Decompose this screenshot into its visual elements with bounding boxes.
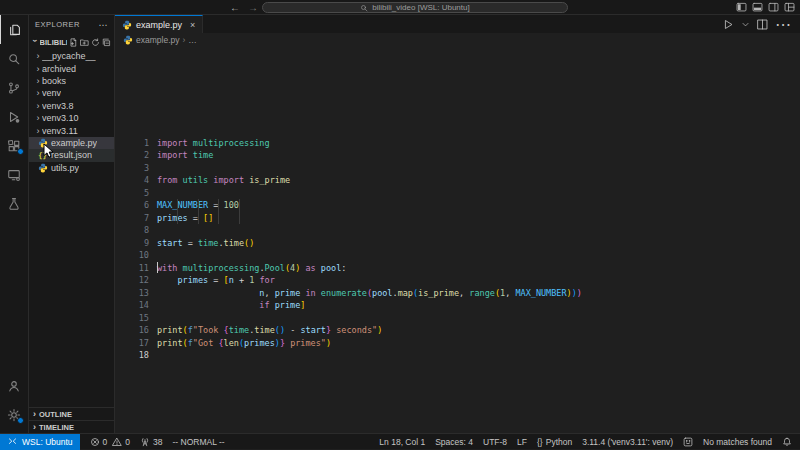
python-icon <box>38 138 48 148</box>
python-icon <box>122 20 132 30</box>
run-icon[interactable] <box>723 19 734 30</box>
refresh-icon[interactable] <box>91 38 100 47</box>
json-icon: {} <box>38 151 47 160</box>
line-number: 4 <box>115 174 149 187</box>
code-line-13: 13 n, prime in enumerate(pool.map(is_pri… <box>115 287 800 300</box>
code-line-11: 11with multiprocessing.Pool(4) as pool: <box>115 262 800 275</box>
bell-icon <box>782 437 792 447</box>
indent-guide <box>239 199 240 224</box>
status-38[interactable]: 38 <box>140 437 162 447</box>
smiley-icon <box>683 437 693 447</box>
code-line-18: 18 <box>115 349 800 362</box>
activity-testing[interactable] <box>0 189 28 218</box>
activity-account[interactable] <box>0 371 28 400</box>
line-number: 15 <box>115 312 149 325</box>
search-icon <box>360 4 368 12</box>
workspace-name: BILIBILI... <box>40 38 67 47</box>
breadcrumb[interactable]: example.py › … <box>115 33 800 46</box>
new-folder-icon[interactable] <box>80 38 89 47</box>
status-label: No matches found <box>703 437 772 447</box>
layout-sidebar-left-icon[interactable] <box>736 2 747 13</box>
activity-files[interactable] <box>0 15 28 44</box>
code-line-14: 14 if prime] <box>115 299 800 312</box>
status-ln-18-col-1[interactable]: Ln 18, Col 1 <box>379 437 425 447</box>
line-number: 5 <box>115 187 149 200</box>
line-number: 7 <box>115 212 149 225</box>
outline-panel-header[interactable]: › OUTLINE <box>29 407 114 420</box>
warning-icon <box>112 437 122 447</box>
workspace-section-header[interactable]: › BILIBILI... <box>29 34 114 50</box>
layout-customize-icon[interactable] <box>784 2 795 13</box>
layout-sidebar-right-icon[interactable] <box>768 2 779 13</box>
file-venv3.10[interactable]: ›venv3.10 <box>29 112 114 124</box>
split-editor-icon[interactable] <box>757 19 768 30</box>
status-0[interactable]: 0 <box>90 437 108 447</box>
explorer-title: EXPLORER <box>35 20 80 29</box>
new-file-icon[interactable] <box>69 38 78 47</box>
activity-run-debug[interactable] <box>0 102 28 131</box>
python-icon <box>38 163 48 173</box>
nav-forward-icon[interactable]: → <box>248 2 258 13</box>
activity-source-control[interactable] <box>0 73 28 102</box>
activity-settings[interactable] <box>0 400 28 429</box>
file-venv3.11[interactable]: ›venv3.11 <box>29 124 114 136</box>
radio-tower-icon <box>140 437 150 447</box>
file-result.json[interactable]: {}result.json <box>29 149 114 161</box>
close-icon[interactable]: × <box>190 20 195 30</box>
status-no-matches-found[interactable]: No matches found <box>703 437 772 447</box>
timeline-panel-label: TIMELINE <box>39 423 74 432</box>
tab-example-py[interactable]: example.py × <box>115 15 203 33</box>
file-archived[interactable]: ›archived <box>29 62 114 74</box>
activity-remote-explorer[interactable] <box>0 160 28 189</box>
line-number: 1 <box>115 137 149 150</box>
file-utils.py[interactable]: utils.py <box>29 162 114 174</box>
file-books[interactable]: ›books <box>29 75 114 87</box>
status-item[interactable] <box>683 437 693 447</box>
chevron-down-icon[interactable] <box>741 20 750 29</box>
breadcrumb-file: example.py <box>136 35 179 45</box>
status-spaces-4[interactable]: Spaces: 4 <box>435 437 473 447</box>
line-number: 17 <box>115 337 149 350</box>
status-python[interactable]: {}Python <box>537 437 572 447</box>
file-example.py[interactable]: example.py <box>29 137 114 149</box>
file-label: venv3.10 <box>42 113 79 123</box>
status-label: LF <box>517 437 527 447</box>
code-line-3: 3 <box>115 162 800 175</box>
explorer-sidebar: EXPLORER ⋯ › BILIBILI... ›__pycache__ ›a… <box>29 15 115 433</box>
status-0[interactable]: 0 <box>112 437 130 447</box>
nav-back-icon[interactable]: ← <box>230 2 240 13</box>
status-item[interactable] <box>782 437 792 447</box>
status-utf-8[interactable]: UTF-8 <box>483 437 507 447</box>
layout-panel-bottom-icon[interactable] <box>752 2 763 13</box>
timeline-panel-header[interactable]: › TIMELINE <box>29 420 114 433</box>
status-label: Python <box>546 437 572 447</box>
code-line-15: 15 <box>115 312 800 325</box>
collapse-all-icon[interactable] <box>102 38 111 47</box>
vscode-window: ← → bilibili_video [WSL: Ubuntu] EXPLORE… <box>0 0 800 450</box>
status-3-11-4-venv3-11-venv-[interactable]: 3.11.4 ('venv3.11': venv) <box>582 437 673 447</box>
status-lf[interactable]: LF <box>517 437 527 447</box>
file-label: result.json <box>51 150 92 160</box>
line-number: 16 <box>115 324 149 337</box>
line-number: 12 <box>115 274 149 287</box>
indent-guide <box>218 199 219 224</box>
file-venv3.8[interactable]: ›venv3.8 <box>29 100 114 112</box>
file-label: venv3.8 <box>42 101 74 111</box>
breadcrumb-more: … <box>188 35 197 45</box>
command-center-label: bilibili_video [WSL: Ubuntu] <box>372 3 469 12</box>
activity-search[interactable] <box>0 44 28 73</box>
explorer-more-icon[interactable]: ⋯ <box>99 20 109 30</box>
chevron-right-icon: › <box>34 101 42 111</box>
code-editor[interactable]: 1import multiprocessing 2import time 3 4… <box>115 46 800 433</box>
status--normal-[interactable]: -- NORMAL -- <box>173 437 225 447</box>
tab-bar: example.py × ⋯ <box>115 15 800 33</box>
file-venv[interactable]: ›venv <box>29 87 114 99</box>
line-number: 18 <box>115 349 149 362</box>
more-icon[interactable]: ⋯ <box>775 15 791 34</box>
remote-indicator[interactable]: WSL: Ubuntu <box>0 434 80 450</box>
file-__pycache__[interactable]: ›__pycache__ <box>29 50 114 62</box>
line-number: 3 <box>115 162 149 175</box>
remote-icon <box>7 436 18 447</box>
activity-extensions[interactable] <box>0 131 28 160</box>
command-center[interactable]: bilibili_video [WSL: Ubuntu] <box>262 2 568 13</box>
